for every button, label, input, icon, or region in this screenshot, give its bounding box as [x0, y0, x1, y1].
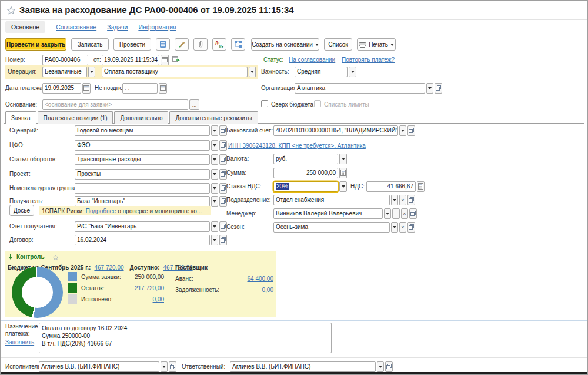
manager-field[interactable]: Винников Валерий Валерьевич	[273, 208, 383, 219]
operation-type-dropdown[interactable]	[88, 67, 95, 77]
contract-open-button[interactable]	[219, 235, 227, 245]
budget-value-link[interactable]: 467 720,00	[94, 264, 123, 271]
control-section-link[interactable]: Контроль	[16, 254, 45, 260]
save-button[interactable]: Записать	[71, 38, 109, 51]
recipient-field[interactable]: База "Инвентарь"	[75, 196, 210, 207]
operation-type-field[interactable]: Безналичные	[42, 67, 87, 77]
season-open-button[interactable]	[407, 222, 415, 233]
organization-dropdown[interactable]	[426, 83, 433, 94]
bank-account-dropdown[interactable]	[399, 125, 406, 136]
responsible-open-button[interactable]	[385, 361, 393, 372]
contract-field[interactable]: 16.02.2024	[75, 235, 210, 245]
amount-calc-button[interactable]	[339, 168, 347, 178]
recipient-account-field[interactable]: Р/С "База "Инвентарь	[75, 221, 210, 232]
importance-dropdown[interactable]	[349, 67, 356, 77]
set-current-date-button[interactable]	[172, 56, 181, 65]
number-field[interactable]: РА00-000406	[42, 55, 88, 65]
currency-dropdown[interactable]	[339, 154, 347, 164]
executor-field[interactable]: Агличев В.В. (БИТ.ФИНАНС)	[39, 361, 159, 372]
responsible-field[interactable]: Агличев В.В. (БИТ.ФИНАНС)	[230, 361, 376, 372]
purpose-textarea[interactable]: Оплата по договору 16.02.2024 Сумма 2500…	[39, 323, 332, 353]
nav-link-approval[interactable]: Согласование	[56, 24, 96, 31]
document-register-button[interactable]	[156, 38, 170, 51]
list-button[interactable]: Список	[324, 38, 352, 51]
season-clear-button[interactable]: ×	[399, 222, 406, 233]
nomenclature-group-dropdown[interactable]	[211, 183, 218, 194]
department-open-button[interactable]	[407, 195, 415, 205]
post-button[interactable]: Провести	[113, 38, 151, 51]
spark-more-link[interactable]: Подробнее	[86, 208, 116, 214]
turnover-item-field[interactable]: Транспортные расходы	[75, 154, 210, 165]
calendar-button[interactable]	[161, 55, 169, 65]
organization-open-button[interactable]	[435, 83, 442, 94]
recipient-dropdown[interactable]	[211, 196, 218, 207]
currency-field[interactable]: руб.	[273, 154, 338, 164]
basis-choose-button[interactable]: ...	[189, 99, 199, 110]
tab-payment-positions[interactable]: Платежные позиции (1)	[38, 111, 113, 124]
create-based-on-button[interactable]: Создать на основании	[251, 38, 319, 51]
recipient-account-dropdown[interactable]	[211, 221, 218, 232]
pay-date-calendar-button[interactable]	[82, 83, 91, 94]
datetime-field[interactable]: 19.09.2025 11:15:34	[102, 55, 159, 65]
favorite-star-icon[interactable]	[6, 6, 16, 16]
not-later-calendar-button[interactable]	[159, 83, 167, 94]
contract-dropdown[interactable]	[211, 235, 218, 245]
legend-value-executed-link[interactable]: 0,00	[106, 296, 164, 303]
executor-open-button[interactable]	[169, 361, 176, 372]
inn-kpp-link[interactable]: ИНН 3906243128, КПП <не требуется>, Атла…	[228, 142, 366, 149]
cfo-dropdown[interactable]	[211, 140, 218, 151]
department-dropdown[interactable]	[391, 195, 398, 205]
operation-kind-dropdown[interactable]	[249, 67, 256, 77]
project-field[interactable]: Проекты	[75, 169, 210, 180]
department-clear-button[interactable]: ×	[399, 195, 406, 205]
legend-value-remainder-link[interactable]: 217 720,00	[106, 285, 164, 291]
basis-field[interactable]: <основание для заявки>	[42, 99, 188, 110]
scenario-field[interactable]: Годовой по месяцам	[75, 125, 210, 136]
manager-clear-button[interactable]: ×	[401, 208, 408, 219]
vat-rate-field[interactable]: 20%	[273, 181, 338, 192]
project-dropdown[interactable]	[211, 169, 218, 180]
debt-value-link[interactable]: 0,00	[224, 287, 273, 293]
bank-account-field[interactable]: 40702810100000001854, "ВЛАДИМИРСКИЙ" ФБ …	[273, 125, 398, 136]
dossier-button[interactable]: Досье	[9, 205, 34, 216]
manager-open-button[interactable]	[409, 208, 417, 219]
print-button[interactable]: Печать	[357, 38, 396, 51]
linked-documents-button[interactable]	[231, 38, 245, 51]
cfo-field[interactable]: ФЭО	[75, 140, 210, 151]
nav-link-info[interactable]: Информация	[138, 24, 176, 31]
executor-dropdown[interactable]	[161, 361, 168, 372]
bank-account-open-button[interactable]	[407, 125, 415, 136]
pay-date-field[interactable]: 19.09.2025	[42, 83, 81, 94]
control-star-icon[interactable]	[52, 254, 59, 262]
repeat-payment-link[interactable]: Повторять платеж?	[342, 57, 395, 63]
amount-field[interactable]: 250 000,00	[273, 168, 338, 178]
nav-tab-main[interactable]: Основное	[5, 21, 45, 33]
sign-button[interactable]	[175, 38, 189, 51]
scenario-dropdown[interactable]	[211, 125, 218, 136]
season-dropdown[interactable]	[391, 222, 398, 233]
organization-field[interactable]: Атлантика	[295, 83, 425, 94]
attachments-button[interactable]	[193, 38, 208, 51]
over-budget-checkbox[interactable]	[261, 100, 268, 107]
status-link[interactable]: На согласовании	[289, 57, 335, 63]
season-field[interactable]: Осень-зима	[273, 222, 390, 233]
vat-calc-button[interactable]	[417, 181, 425, 192]
cfo-open-button[interactable]	[219, 140, 227, 151]
post-and-close-button[interactable]: Провести и закрыть	[5, 38, 66, 51]
not-later-field[interactable]: . .	[122, 83, 158, 94]
vat-amount-field[interactable]: 41 666,67	[366, 181, 416, 192]
collapse-arrow-icon[interactable]	[8, 253, 14, 261]
nomenclature-group-field[interactable]	[75, 183, 210, 194]
fill-purpose-link[interactable]: Заполнить	[5, 339, 34, 346]
tab-additional[interactable]: Дополнительно	[114, 111, 168, 124]
department-field[interactable]: Отдел снабжения	[273, 195, 390, 205]
responsible-dropdown[interactable]	[377, 361, 384, 372]
turnover-item-dropdown[interactable]	[211, 154, 218, 165]
debit-credit-button[interactable]: Дт Кт	[212, 38, 226, 51]
advance-value-link[interactable]: 64 400,00	[224, 276, 273, 282]
vat-rate-dropdown[interactable]	[339, 181, 347, 192]
tab-request[interactable]: Заявка	[5, 111, 36, 124]
operation-kind-field[interactable]: Оплата поставщику	[102, 67, 248, 77]
manager-choose-button[interactable]: ...	[392, 208, 400, 219]
manager-dropdown[interactable]	[384, 208, 391, 219]
